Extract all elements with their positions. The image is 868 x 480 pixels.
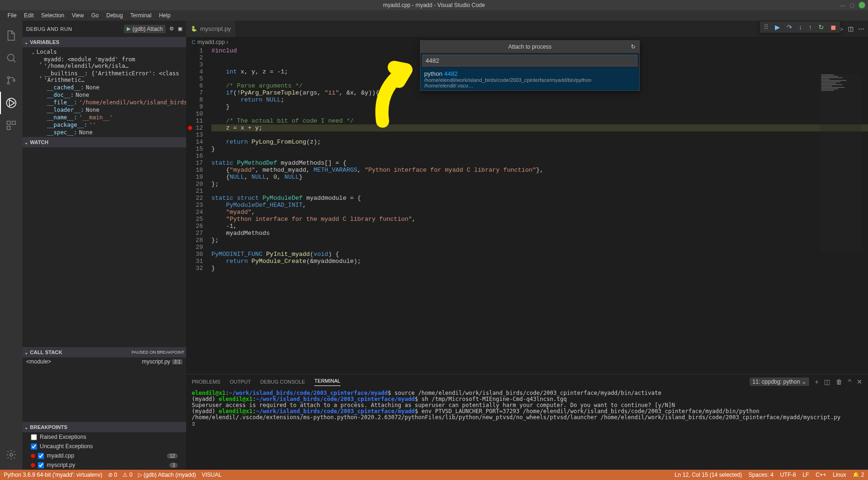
- bp-raised-exceptions[interactable]: Raised Exceptions: [22, 432, 186, 442]
- trash-icon[interactable]: 🗑: [836, 378, 842, 385]
- menu-file[interactable]: File: [4, 12, 20, 19]
- extensions-icon[interactable]: [0, 114, 22, 137]
- close-panel-icon[interactable]: ✕: [857, 378, 862, 385]
- close-button[interactable]: [859, 2, 865, 8]
- grip-icon[interactable]: ⠿: [764, 23, 768, 31]
- chevron-down-icon: ⌄: [24, 425, 28, 430]
- var-spec[interactable]: __spec__: None: [22, 129, 186, 136]
- menu-help[interactable]: Help: [155, 12, 174, 19]
- locals-header[interactable]: ⌄Locals: [22, 48, 186, 56]
- var-builtins[interactable]: ›__builtins__: {'ArithmeticError': <clas…: [22, 70, 186, 84]
- panel-tab-problems[interactable]: Problems: [192, 379, 220, 385]
- code-content[interactable]: #includ int x, y, z = -1; /* Parse argum…: [211, 47, 868, 374]
- variables-label: Variables: [30, 39, 59, 45]
- status-notifications[interactable]: 🔔 2: [853, 472, 864, 478]
- debug-config-label: (gdb) Attach: [132, 26, 163, 32]
- var-name[interactable]: __name__: '__main__': [22, 114, 186, 121]
- quickpick-input[interactable]: [422, 55, 637, 66]
- debug-icon[interactable]: [0, 92, 22, 114]
- panel: Problems Output Debug Console Terminal 1…: [186, 374, 868, 470]
- var-file[interactable]: __file__: '/home/elendil/work/island_bir…: [22, 99, 186, 106]
- breakpoints-section-header[interactable]: ⌄ Breakpoints: [22, 422, 186, 432]
- restart-button[interactable]: ↻: [818, 23, 824, 31]
- status-errors[interactable]: ⊘ 0: [108, 472, 117, 478]
- source-control-icon[interactable]: [0, 69, 22, 92]
- svg-point-2: [7, 82, 9, 84]
- step-out-button[interactable]: ↑: [809, 23, 812, 31]
- checkbox[interactable]: [31, 434, 37, 440]
- status-spaces[interactable]: Spaces: 4: [749, 472, 774, 478]
- debug-config-dropdown[interactable]: ▶ (gdb) Attach: [124, 25, 166, 33]
- chevron-down-icon: ⌄: [24, 350, 28, 355]
- refresh-icon[interactable]: ↻: [631, 44, 636, 50]
- maximize-button[interactable]: ▢: [849, 2, 855, 8]
- var-loader[interactable]: __loader__: None: [22, 106, 186, 114]
- menu-view[interactable]: View: [68, 12, 87, 19]
- var-myadd[interactable]: ›myadd: <module 'myadd' from '/home/elen…: [22, 56, 186, 70]
- bp-uncaught-exceptions[interactable]: Uncaught Exceptions: [22, 442, 186, 451]
- status-encoding[interactable]: UTF-8: [780, 472, 796, 478]
- checkbox[interactable]: [38, 462, 44, 468]
- explorer-icon[interactable]: [0, 24, 22, 47]
- new-terminal-icon[interactable]: +: [815, 378, 818, 385]
- title-bar: myadd.cpp - myadd - Visual Studio Code —…: [0, 0, 868, 10]
- code-editor[interactable]: 123 456 789 1011 12 131415 161718 192021…: [186, 47, 868, 374]
- breakpoint-indicator[interactable]: [188, 126, 192, 130]
- panel-tab-debug[interactable]: Debug Console: [260, 379, 305, 385]
- panel-tab-terminal[interactable]: Terminal: [314, 378, 340, 386]
- callstack-frame[interactable]: <module> myscript.py 3:1: [22, 357, 186, 366]
- continue-button[interactable]: ▶: [775, 23, 780, 31]
- activity-bar: [0, 21, 22, 470]
- callstack-label: Call Stack: [30, 349, 62, 355]
- quickpick-item[interactable]: python 4482 /home/elendil/work/island_bi…: [420, 68, 639, 90]
- callstack-section-header[interactable]: ⌄ Call Stack Paused on Breakpoint: [22, 347, 186, 357]
- var-package[interactable]: __package__: '': [22, 121, 186, 129]
- status-eol[interactable]: LF: [803, 472, 809, 478]
- debug-toolbar[interactable]: ⠿ ▶ ↷ ↓ ↑ ↻ ◼: [760, 22, 840, 33]
- menu-bar: File Edit Selection View Go Debug Termin…: [0, 10, 868, 21]
- menu-debug[interactable]: Debug: [102, 12, 126, 19]
- bp-file-2[interactable]: myscript.py3: [22, 460, 186, 470]
- bp-file-1[interactable]: myadd.cpp12: [22, 451, 186, 460]
- step-into-button[interactable]: ↓: [799, 23, 802, 31]
- split-terminal-icon[interactable]: ◫: [824, 378, 830, 385]
- menu-terminal[interactable]: Terminal: [127, 12, 155, 19]
- step-over-button[interactable]: ↷: [787, 23, 792, 31]
- svg-point-8: [10, 453, 13, 456]
- variables-section-header[interactable]: ⌄ Variables: [22, 37, 186, 47]
- status-python[interactable]: Python 3.6.9 64-bit ('myadd': virtualenv…: [4, 472, 102, 478]
- menu-selection[interactable]: Selection: [37, 12, 68, 19]
- svg-rect-5: [7, 121, 10, 124]
- quickpick-attach-process: Attach to process ↻ python 4482 /home/el…: [420, 40, 640, 91]
- var-cached[interactable]: __cached__: None: [22, 84, 186, 91]
- svg-rect-6: [12, 121, 15, 124]
- svg-point-1: [7, 77, 9, 79]
- debug-console-icon[interactable]: ▣: [178, 26, 182, 32]
- more-icon[interactable]: ⋯: [858, 25, 864, 32]
- status-os[interactable]: Linux: [833, 472, 846, 478]
- stop-button[interactable]: ◼: [831, 23, 836, 31]
- status-warnings[interactable]: ⚠ 0: [123, 472, 132, 478]
- gear-icon[interactable]: ⚙: [169, 26, 174, 32]
- status-position[interactable]: Ln 12, Col 15 (14 selected): [674, 472, 742, 478]
- terminal-content[interactable]: elendil@x1:~/work/island_birds/code/2003…: [186, 389, 868, 470]
- status-language[interactable]: C++: [816, 472, 826, 478]
- panel-tab-output[interactable]: Output: [230, 379, 251, 385]
- search-icon[interactable]: [0, 47, 22, 69]
- tab-myscript[interactable]: 🐍myscript.py: [186, 21, 236, 37]
- menu-go[interactable]: Go: [87, 12, 102, 19]
- status-bar: Python 3.6.9 64-bit ('myadd': virtualenv…: [0, 470, 868, 480]
- minimap[interactable]: [819, 74, 861, 252]
- maximize-panel-icon[interactable]: ^: [848, 378, 851, 385]
- var-doc[interactable]: __doc__: None: [22, 91, 186, 99]
- sidebar-title: Debug and Run: [26, 26, 72, 32]
- status-debug[interactable]: ▷ (gdb) Attach (myadd): [138, 472, 196, 478]
- checkbox[interactable]: [31, 444, 37, 450]
- split-icon[interactable]: ◫: [848, 25, 854, 32]
- watch-section-header[interactable]: ⌄ Watch: [22, 137, 186, 147]
- settings-icon[interactable]: [0, 444, 22, 466]
- checkbox[interactable]: [38, 453, 44, 459]
- terminal-dropdown[interactable]: 11: cppdbg: python ⌄: [750, 378, 809, 386]
- menu-edit[interactable]: Edit: [20, 12, 37, 19]
- minimize-button[interactable]: —: [840, 2, 846, 8]
